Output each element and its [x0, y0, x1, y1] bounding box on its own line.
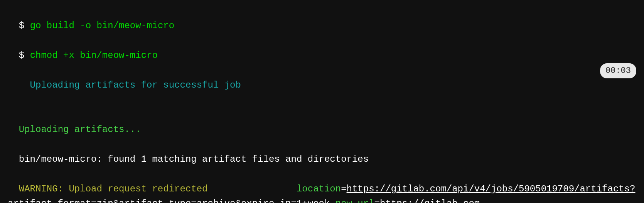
kv-eq: = [341, 184, 346, 194]
shell-command: go build -o bin/meow-micro [30, 20, 174, 31]
section-duration-badge: 00:03 [600, 63, 636, 78]
log-line-command: $ chmod +x bin/meow-micro [8, 34, 636, 63]
log-line-output: bin/meow-micro: found 1 matching artifac… [8, 137, 636, 167]
kv-eq: = [374, 198, 380, 203]
url-link[interactable]: https://gitlab.com [380, 198, 480, 203]
log-line-command: $ go build -o bin/meow-micro [8, 4, 636, 34]
log-line-warning: WARNING: Upload request redirected locat… [8, 167, 636, 203]
output-text: bin/meow-micro: found 1 matching artifac… [19, 154, 374, 164]
section-title: Uploading artifacts for successful job [30, 80, 241, 90]
warning-text: WARNING: Upload request redirected [19, 184, 291, 194]
shell-prompt: $ [19, 20, 30, 31]
shell-command: chmod +x bin/meow-micro [30, 50, 158, 61]
kv-key: location [291, 184, 341, 194]
kv-key: new-url [330, 198, 374, 203]
shell-prompt: $ [19, 50, 30, 61]
log-section-header[interactable]: Uploading artifacts for successful job 0… [8, 63, 636, 108]
log-line-status: Uploading artifacts... [8, 108, 636, 137]
status-text: Uploading artifacts... [19, 124, 141, 135]
